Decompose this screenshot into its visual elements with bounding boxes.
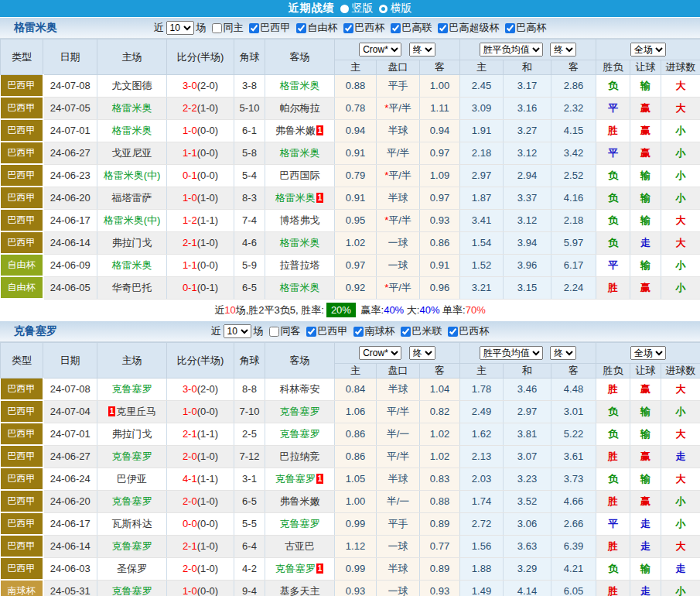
avg-stage-select[interactable]: 终 bbox=[550, 346, 576, 360]
avg-home-cell: 1.56 bbox=[460, 535, 504, 557]
fulltime-score: 4-1 bbox=[183, 473, 197, 485]
league-filter[interactable]: 巴高联 bbox=[385, 21, 432, 35]
bookmaker-select[interactable]: Crow* bbox=[359, 346, 401, 360]
result-cell: 平 bbox=[596, 254, 630, 276]
match-count-select[interactable]: 10 bbox=[166, 21, 194, 35]
league-filter[interactable]: 巴米联 bbox=[395, 324, 442, 338]
odds-home-cell: 1.12 bbox=[335, 535, 377, 557]
team-label: 弗鲁米嫩 bbox=[280, 495, 320, 507]
league-filter[interactable]: 巴高杯 bbox=[500, 21, 547, 35]
layout-radio-vertical[interactable]: 竖版 bbox=[340, 2, 374, 15]
handicap-star: * bbox=[384, 214, 388, 226]
league-filter[interactable]: 巴高超级杯 bbox=[432, 21, 500, 35]
layout-radio-horizontal[interactable]: 横版 bbox=[379, 2, 412, 15]
odds-stage-select[interactable]: 终 bbox=[409, 43, 435, 57]
fulltime-score: 2-0 bbox=[183, 450, 197, 462]
corner-cell: 3-1 bbox=[234, 468, 265, 490]
home-team-cell: 戈亚尼亚 bbox=[97, 142, 167, 164]
same-venue-checkbox[interactable] bbox=[269, 327, 279, 337]
league-label: 自由杯 bbox=[308, 21, 338, 35]
result-cell: 负 bbox=[596, 209, 630, 231]
odds-home-cell: 0.92 bbox=[335, 276, 377, 299]
home-team-cell: 克鲁塞罗 bbox=[97, 378, 167, 401]
league-checkbox[interactable] bbox=[306, 327, 316, 337]
avg-stage-select[interactable]: 终 bbox=[550, 43, 576, 57]
avg-select[interactable]: 胜平负均值 bbox=[480, 346, 543, 360]
league-checkbox[interactable] bbox=[438, 23, 448, 33]
match-count-select[interactable]: 10 bbox=[224, 324, 251, 338]
avg-home-cell: 1.87 bbox=[460, 187, 504, 209]
halftime-score: (2-0) bbox=[197, 80, 218, 91]
league-cell: 巴西甲 bbox=[1, 378, 43, 401]
league-cell: 巴西甲 bbox=[1, 97, 43, 119]
same-venue-filter[interactable]: 同主 bbox=[207, 21, 244, 35]
handicap-cell: 平/半 bbox=[377, 142, 420, 164]
league-checkbox[interactable] bbox=[448, 327, 458, 337]
avg-away-cell: 4.16 bbox=[551, 187, 596, 209]
league-checkbox[interactable] bbox=[505, 23, 515, 33]
odds-stage-select[interactable]: 终 bbox=[409, 346, 435, 360]
col-header-score: 比分(半场) bbox=[167, 343, 234, 378]
team-label: 圣保罗 bbox=[117, 563, 147, 574]
same-venue-checkbox[interactable] bbox=[212, 23, 222, 33]
avg-home-cell: 3.09 bbox=[460, 97, 504, 119]
radio-selected-icon[interactable] bbox=[340, 5, 349, 13]
fulltime-score: 3-0 bbox=[183, 383, 197, 395]
league-filter[interactable]: 巴西杯 bbox=[338, 21, 385, 35]
league-cell: 巴西甲 bbox=[1, 142, 43, 164]
avg-away-cell: 2.32 bbox=[551, 97, 596, 119]
handicap-result-cell: 赢 bbox=[630, 490, 661, 512]
result-cell: 胜 bbox=[596, 580, 630, 596]
halftime-score: (0-1) bbox=[197, 282, 218, 293]
fulltime-score: 1-0 bbox=[183, 125, 197, 136]
avg-draw-cell: 3.06 bbox=[504, 512, 551, 535]
result-cell: 胜 bbox=[596, 378, 630, 401]
title-bar: 近期战绩 竖版 横版 bbox=[0, 0, 700, 17]
away-team-cell: 弗鲁米嫩1 bbox=[265, 119, 335, 142]
fulltime-select[interactable]: 全场 bbox=[630, 346, 666, 360]
team-label: 克鲁塞罗 bbox=[112, 540, 152, 552]
fulltime-score: 1-0 bbox=[183, 406, 197, 417]
fulltime-group-header: 全场 bbox=[596, 343, 700, 364]
league-checkbox[interactable] bbox=[343, 23, 353, 33]
sub-header-odds-away: 客 bbox=[420, 364, 460, 378]
games-label: 场 bbox=[254, 324, 264, 338]
date-cell: 24-06-05 bbox=[43, 276, 97, 299]
fulltime-select[interactable]: 全场 bbox=[630, 43, 666, 57]
sub-header-handicap: 盘口 bbox=[377, 364, 420, 378]
league-filter[interactable]: 巴西甲 bbox=[244, 21, 291, 35]
summary-line: 近10场,胜2平3负5, 胜率:20% 赢率:40% 大:40% 单率:70% bbox=[0, 300, 700, 320]
handicap-cell: 一球 bbox=[377, 231, 420, 254]
handicap-result-cell: 赢 bbox=[630, 97, 661, 119]
bookmaker-select[interactable]: Crow* bbox=[359, 43, 401, 57]
team-label: 克鲁塞罗 bbox=[280, 406, 320, 417]
league-filter[interactable]: 自由杯 bbox=[291, 21, 338, 35]
fulltime-score: 2-2 bbox=[183, 102, 197, 114]
handicap-cell: 平/半 bbox=[377, 400, 420, 423]
league-cell: 巴西甲 bbox=[1, 468, 43, 490]
goals-cell: 小 bbox=[661, 400, 700, 423]
home-team-cell: 弗拉门戈 bbox=[97, 231, 167, 254]
league-checkbox[interactable] bbox=[249, 23, 259, 33]
match-row: 巴西甲24-06-23格雷米奥(中)0-1(0-0)5-4巴西国际0.79*平/… bbox=[1, 164, 700, 187]
handicap-result-cell: 赢 bbox=[630, 378, 661, 401]
league-filter[interactable]: 巴西杯 bbox=[442, 324, 490, 338]
league-checkbox[interactable] bbox=[391, 23, 401, 33]
avg-select[interactable]: 胜平负均值 bbox=[480, 43, 543, 57]
col-header-corner: 角球 bbox=[234, 39, 265, 75]
radio-unselected-icon[interactable] bbox=[379, 5, 388, 13]
league-filter[interactable]: 巴西甲 bbox=[301, 324, 348, 338]
league-checkbox[interactable] bbox=[296, 23, 306, 33]
same-venue-filter[interactable]: 同客 bbox=[264, 324, 301, 338]
odds-home-cell: 0.91 bbox=[335, 187, 377, 209]
sub-header-goals: 进球数 bbox=[661, 364, 700, 378]
col-header-date: 日期 bbox=[43, 343, 97, 378]
league-checkbox[interactable] bbox=[353, 327, 364, 337]
team-label: 巴伊亚 bbox=[117, 473, 147, 485]
avg-draw-cell: 3.07 bbox=[504, 445, 551, 468]
league-checkbox[interactable] bbox=[401, 327, 411, 337]
score-cell: 2-1(1-1) bbox=[167, 423, 234, 445]
league-filter[interactable]: 南球杯 bbox=[348, 324, 395, 338]
league-cell: 巴西甲 bbox=[1, 75, 43, 98]
odds-home-cell: 0.95 bbox=[335, 209, 377, 231]
